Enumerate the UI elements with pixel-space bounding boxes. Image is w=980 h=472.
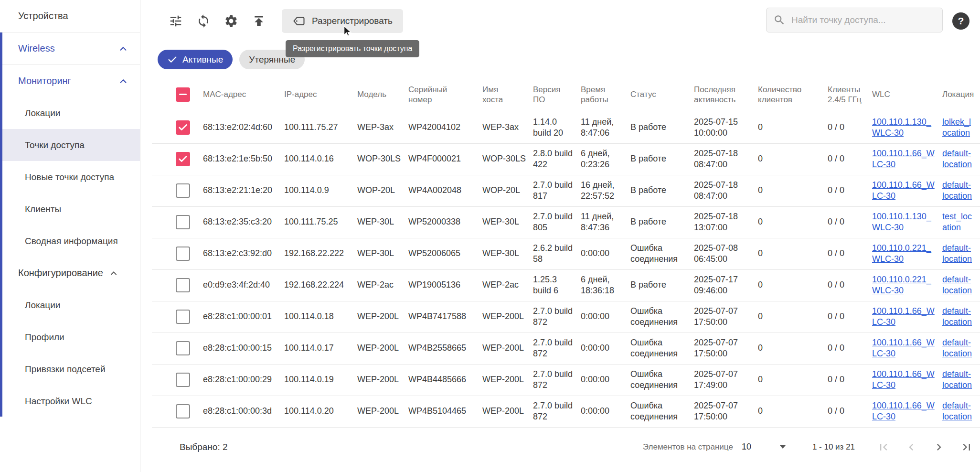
wlc-link[interactable]: 100.110.1.66_WLC-30 xyxy=(872,369,935,390)
cell-ip: 100.114.0.17 xyxy=(284,333,357,364)
cell-clients-bands: 0 / 0 xyxy=(828,112,872,143)
cell-uptime: 6 дней, 0:23:26 xyxy=(581,143,630,175)
row-checkbox[interactable] xyxy=(176,373,190,387)
location-link[interactable]: default-location xyxy=(942,149,972,169)
cell-serial: WP52006065 xyxy=(408,238,482,269)
row-checkbox[interactable] xyxy=(176,215,190,229)
col-status: Статус xyxy=(630,77,694,112)
next-page-button[interactable] xyxy=(931,440,947,455)
table-row: 68:13:e2:1e:5b:50 100.114.0.16 WOP-30LS … xyxy=(152,143,980,175)
sidebar-item-new-access-points[interactable]: Новые точки доступа xyxy=(0,161,140,193)
location-link[interactable]: default-location xyxy=(942,338,972,358)
search-icon xyxy=(773,14,786,26)
toolbar: Разрегистрировать Разрегистрировать точк… xyxy=(140,0,980,42)
row-checkbox[interactable] xyxy=(176,341,190,355)
cell-fw-version: 1.14.0 build 20 xyxy=(533,112,581,143)
wlc-link[interactable]: 100.110.1.66_WLC-30 xyxy=(872,338,935,358)
sidebar-item-configuration[interactable]: Конфигурирование xyxy=(0,257,140,289)
cell-status: Ошибка соединения xyxy=(630,238,694,269)
first-page-button[interactable] xyxy=(876,440,891,455)
wlc-link[interactable]: 100.110.0.221_WLC-30 xyxy=(872,275,931,295)
sidebar-item-access-points[interactable]: Точки доступа xyxy=(0,129,140,161)
row-checkbox[interactable] xyxy=(176,152,190,166)
sidebar-item-subnet-bindings[interactable]: Привязки подсетей xyxy=(0,353,140,385)
row-checkbox[interactable] xyxy=(176,404,190,418)
search-input[interactable] xyxy=(791,15,936,25)
wlc-link[interactable]: 100.110.1.130_WLC-30 xyxy=(872,117,931,138)
cell-last-activity: 2025-07-15 10:00:00 xyxy=(694,112,758,143)
help-button[interactable] xyxy=(952,12,969,30)
per-page-select[interactable]: 10 xyxy=(742,442,786,452)
wlc-link[interactable]: 100.110.0.221_WLC-30 xyxy=(872,243,931,264)
chevron-left-icon xyxy=(905,440,918,454)
cell-ip: 192.168.22.222 xyxy=(284,238,357,269)
refresh-button[interactable] xyxy=(193,11,214,32)
select-all-checkbox[interactable] xyxy=(176,87,190,102)
location-link[interactable]: test_location xyxy=(942,212,972,232)
sidebar-item-profiles[interactable]: Профили xyxy=(0,321,140,353)
cell-status: Ошибка соединения xyxy=(630,396,694,427)
row-checkbox[interactable] xyxy=(176,120,190,135)
sidebar-item-label: Устройства xyxy=(18,11,68,21)
sidebar-item-label: Клиенты xyxy=(25,204,61,215)
location-link[interactable]: default-location xyxy=(942,401,972,421)
cell-clients-bands: 0 / 0 xyxy=(828,238,872,269)
filter-button[interactable] xyxy=(165,11,186,32)
chevron-right-icon xyxy=(932,440,946,454)
cell-last-activity: 2025-07-07 17:50:00 xyxy=(694,396,758,427)
sidebar-item-devices[interactable]: Устройства xyxy=(0,0,140,32)
cell-serial: WP4A002048 xyxy=(408,175,482,206)
per-page-value: 10 xyxy=(742,442,751,452)
sidebar-item-monitoring[interactable]: Мониторинг xyxy=(0,65,140,97)
cell-fw-version: 2.7.0 build 872 xyxy=(533,333,581,364)
cell-hostname: WEP-30L xyxy=(482,206,533,238)
cell-ip: 100.111.75.25 xyxy=(284,206,357,238)
row-checkbox[interactable] xyxy=(176,278,190,292)
table-row: 68:13:e2:21:1e:20 100.114.0.9 WOP-20L WP… xyxy=(152,175,980,206)
cell-clients-bands: 0 / 0 xyxy=(828,364,872,396)
wlc-link[interactable]: 100.110.1.130_WLC-30 xyxy=(872,212,931,232)
upload-button[interactable] xyxy=(248,11,269,32)
location-link[interactable]: default-location xyxy=(942,275,972,295)
cell-clients-count: 0 xyxy=(758,175,828,206)
row-checkbox[interactable] xyxy=(176,247,190,261)
wlc-link[interactable]: 100.110.1.66_WLC-30 xyxy=(872,306,935,327)
sidebar-item-wireless[interactable]: Wireless xyxy=(0,32,140,64)
cell-last-activity: 2025-07-18 13:07:00 xyxy=(694,206,758,238)
selected-count: Выбрано: 2 xyxy=(180,442,228,452)
cell-hostname: WOP-30LS xyxy=(482,143,533,175)
filter-tab-active[interactable]: Активные xyxy=(158,50,233,69)
pagination-bar: Элементов на странице 10 1 - 10 из 21 xyxy=(643,440,974,455)
settings-button[interactable] xyxy=(221,11,242,32)
last-page-button[interactable] xyxy=(959,440,974,455)
cell-model: WEP-200L xyxy=(357,333,408,364)
row-checkbox[interactable] xyxy=(176,310,190,324)
location-link[interactable]: default-location xyxy=(942,180,972,201)
cell-serial: WP52000338 xyxy=(408,206,482,238)
chevron-up-icon xyxy=(117,75,129,87)
cell-status: В работе xyxy=(630,269,694,301)
wlc-link[interactable]: 100.110.1.66_WLC-30 xyxy=(872,180,935,201)
location-link[interactable]: default-location xyxy=(942,243,972,264)
caret-down-icon xyxy=(780,445,786,449)
cell-mac: e8:28:c1:00:00:3d xyxy=(203,396,284,427)
cell-fw-version: 2.7.0 build 817 xyxy=(533,175,581,206)
sidebar-item-summary[interactable]: Сводная информация xyxy=(0,225,140,257)
sidebar-item-locations[interactable]: Локации xyxy=(0,97,140,129)
prev-page-button[interactable] xyxy=(904,440,919,455)
col-serial: Серийный номер xyxy=(408,77,482,112)
tooltip: Разрегистрировать точки доступа xyxy=(286,40,419,57)
wlc-link[interactable]: 100.110.1.66_WLC-30 xyxy=(872,149,935,169)
cell-status: Ошибка соединения xyxy=(630,364,694,396)
location-link[interactable]: lolkek_location xyxy=(942,117,971,138)
row-checkbox[interactable] xyxy=(176,183,190,198)
cell-last-activity: 2025-07-07 17:50:00 xyxy=(694,301,758,333)
location-link[interactable]: default-location xyxy=(942,306,972,327)
sidebar-item-clients[interactable]: Клиенты xyxy=(0,193,140,225)
location-link[interactable]: default-location xyxy=(942,369,972,390)
sidebar-item-config-locations[interactable]: Локации xyxy=(0,289,140,321)
sidebar-item-wlc-settings[interactable]: Настройки WLC xyxy=(0,385,140,417)
cell-uptime: 0:00:00 xyxy=(581,333,630,364)
wlc-link[interactable]: 100.110.1.66_WLC-30 xyxy=(872,401,935,421)
col-ip: IP-адрес xyxy=(284,77,357,112)
